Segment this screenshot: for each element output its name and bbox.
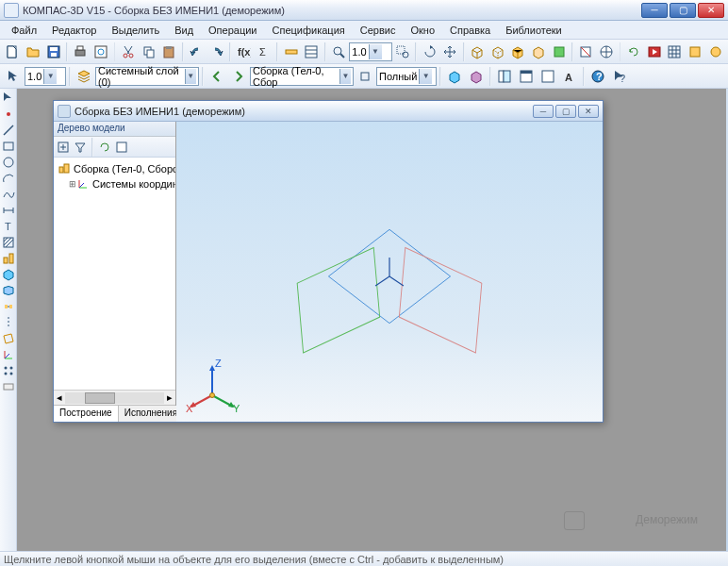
tab-versions[interactable]: Исполнения <box>119 406 184 422</box>
maximize-button[interactable]: ▢ <box>670 3 696 18</box>
lt-axis-icon[interactable] <box>1 315 16 330</box>
minimize-button[interactable]: ─ <box>641 3 668 18</box>
tree-refresh-icon[interactable] <box>97 140 112 155</box>
tool-a-button[interactable] <box>686 42 705 62</box>
paste-button[interactable] <box>159 42 179 62</box>
assembly-expand-button[interactable] <box>355 66 375 87</box>
orientation-button[interactable] <box>597 42 617 62</box>
context-help-button[interactable]: ? <box>609 66 630 87</box>
properties-button[interactable] <box>302 42 322 62</box>
cube-hidden-button[interactable] <box>488 42 507 62</box>
lt-arc-icon[interactable] <box>1 171 16 186</box>
lt-line-icon[interactable] <box>1 123 16 138</box>
lt-coordinate-icon[interactable] <box>1 347 16 362</box>
fx-button[interactable]: f(x) <box>234 42 254 62</box>
copy-button[interactable] <box>139 42 158 62</box>
rotate-button[interactable] <box>420 42 439 62</box>
model-2-button[interactable] <box>466 66 487 87</box>
back-button[interactable] <box>207 66 227 87</box>
lt-spline-icon[interactable] <box>1 187 16 202</box>
menu-edit[interactable]: Редактор <box>44 23 104 38</box>
tree-props-icon[interactable] <box>114 140 129 155</box>
cube-wireframe-button[interactable] <box>468 42 488 62</box>
doc-maximize-button[interactable]: ▢ <box>555 105 576 118</box>
tree-expand-icon[interactable] <box>56 140 71 155</box>
lt-body-icon[interactable] <box>1 267 16 282</box>
lt-surface-icon[interactable] <box>1 283 16 298</box>
dropdown-arrow-icon[interactable]: ▼ <box>369 44 382 59</box>
display-mode-combo[interactable]: Полный▼ <box>376 67 437 86</box>
menu-specification[interactable]: Спецификация <box>265 23 353 38</box>
zoom-combo[interactable]: 1.0▼ <box>349 42 391 61</box>
help-vid-button[interactable] <box>644 42 664 62</box>
3d-viewport[interactable]: Z Y X <box>176 122 603 422</box>
print-button[interactable] <box>71 42 91 62</box>
menu-operations[interactable]: Операции <box>201 23 264 38</box>
text-a-button[interactable]: А <box>559 66 580 87</box>
zoom-window-button[interactable] <box>393 42 413 62</box>
menu-file[interactable]: Файл <box>4 23 44 38</box>
variables-button[interactable]: Σ <box>255 42 274 62</box>
save-button[interactable] <box>43 42 63 62</box>
cut-button[interactable] <box>118 42 138 62</box>
tree-item-assembly[interactable]: Сборка (Тел-0, Сборочных е <box>58 161 172 176</box>
expand-icon[interactable]: ⊞ <box>69 179 76 189</box>
lt-dim-icon[interactable] <box>1 203 16 218</box>
preview-button[interactable] <box>91 42 111 62</box>
menu-service[interactable]: Сервис <box>353 23 404 38</box>
zoom-fit-button[interactable] <box>329 42 349 62</box>
arrow-cursor-button[interactable] <box>3 66 24 87</box>
doc-close-button[interactable]: ✕ <box>578 105 599 118</box>
lt-rect-icon[interactable] <box>1 139 16 154</box>
lt-assembly-icon[interactable] <box>1 251 16 266</box>
lt-hatch-icon[interactable] <box>1 235 16 250</box>
layer-button[interactable] <box>74 66 94 87</box>
menu-select[interactable]: Выделить <box>104 23 167 38</box>
tree-item-coordsys[interactable]: ⊞ Системы координат <box>58 176 172 191</box>
doc-minimize-button[interactable]: ─ <box>533 105 554 118</box>
lt-point-icon[interactable] <box>1 107 16 122</box>
menu-help[interactable]: Справка <box>442 23 498 38</box>
menu-window[interactable]: Окно <box>403 23 442 38</box>
redo-button[interactable] <box>207 42 226 62</box>
lt-cursor-icon[interactable] <box>1 91 16 106</box>
refresh-button[interactable] <box>623 42 643 62</box>
close-button[interactable]: ✕ <box>698 3 724 18</box>
forward-button[interactable] <box>228 66 249 87</box>
tree-scrollbar[interactable]: ◂ ▸ <box>54 390 175 405</box>
tab-build[interactable]: Построение <box>54 406 119 422</box>
document-titlebar[interactable]: Сборка БЕЗ ИМЕНИ1 (деморежим) ─ ▢ ✕ <box>54 101 603 122</box>
model-1-button[interactable] <box>444 66 465 87</box>
section-button[interactable] <box>576 42 596 62</box>
dropdown-arrow-icon[interactable]: ▼ <box>339 69 351 84</box>
dropdown-arrow-icon[interactable]: ▼ <box>43 69 57 84</box>
perspective-button[interactable] <box>549 42 569 62</box>
pan-button[interactable] <box>440 42 460 62</box>
panel-1-button[interactable] <box>516 66 537 87</box>
measure-button[interactable] <box>281 42 301 62</box>
lt-circle-icon[interactable] <box>1 155 16 170</box>
panel-2-button[interactable] <box>538 66 558 87</box>
tree-filter-icon[interactable] <box>73 140 88 155</box>
undo-button[interactable] <box>187 42 207 62</box>
tree-show-button[interactable] <box>494 66 515 87</box>
new-button[interactable] <box>3 42 23 62</box>
lt-more-icon[interactable] <box>1 379 16 394</box>
cube-shaded-button[interactable] <box>508 42 528 62</box>
lt-array-icon[interactable] <box>1 363 16 378</box>
cube-shaded-edges-button[interactable] <box>529 42 549 62</box>
lt-constraint-icon[interactable] <box>1 299 16 314</box>
tree-content[interactable]: Сборка (Тел-0, Сборочных е ⊞ Системы коо… <box>54 158 175 390</box>
grid-button[interactable] <box>665 42 685 62</box>
menu-view[interactable]: Вид <box>167 23 201 38</box>
layer-combo[interactable]: Системный слой (0)▼ <box>95 67 199 86</box>
dropdown-arrow-icon[interactable]: ▼ <box>419 69 432 84</box>
open-button[interactable] <box>24 42 43 62</box>
lt-text-icon[interactable]: T <box>1 219 16 234</box>
dropdown-arrow-icon[interactable]: ▼ <box>185 69 196 84</box>
tool-b-button[interactable] <box>705 42 725 62</box>
help-button[interactable]: ? <box>587 66 608 87</box>
menu-libraries[interactable]: Библиотеки <box>498 23 570 38</box>
assembly-combo[interactable]: Сборка (Тел-0, Сбор▼ <box>250 67 354 86</box>
scale-2-combo[interactable]: 1.0▼ <box>25 67 66 86</box>
